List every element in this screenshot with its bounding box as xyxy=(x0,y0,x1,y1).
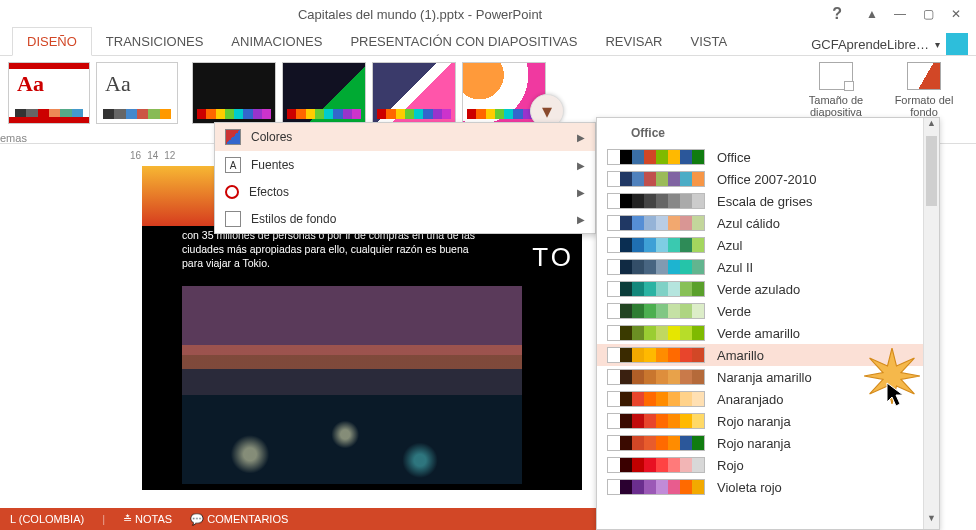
help-icon[interactable]: ? xyxy=(832,5,842,23)
color-swatch xyxy=(607,281,705,297)
color-scheme-label: Rojo xyxy=(717,458,744,473)
color-scheme-label: Anaranjado xyxy=(717,392,784,407)
color-scheme-row[interactable]: Rojo xyxy=(597,454,923,476)
color-scheme-label: Escala de grises xyxy=(717,194,812,209)
chevron-right-icon: ▶ xyxy=(577,160,585,171)
account-name: GCFAprendeLibre… xyxy=(811,37,929,52)
variant-thumb[interactable] xyxy=(192,62,276,124)
menu-fonts[interactable]: A Fuentes ▶ xyxy=(215,151,595,179)
color-swatch xyxy=(607,215,705,231)
color-scheme-label: Verde amarillo xyxy=(717,326,800,341)
chevron-down-icon: ▾ xyxy=(935,39,940,50)
tab-review[interactable]: REVISAR xyxy=(591,28,676,55)
close-icon[interactable]: ✕ xyxy=(944,4,968,24)
color-scheme-row[interactable]: Escala de grises xyxy=(597,190,923,212)
slide-title-cropped: TO xyxy=(532,242,574,273)
slide-body-text: con 35 millones de personas o por ir de … xyxy=(182,228,492,271)
color-scheme-row[interactable]: Office 2007-2010 xyxy=(597,168,923,190)
scrollbar[interactable]: ▲ ▼ xyxy=(923,118,939,529)
color-swatch xyxy=(607,413,705,429)
color-scheme-label: Amarillo xyxy=(717,348,764,363)
color-scheme-label: Office 2007-2010 xyxy=(717,172,817,187)
color-scheme-row[interactable]: Verde azulado xyxy=(597,278,923,300)
color-scheme-row[interactable]: Azul cálido xyxy=(597,212,923,234)
menu-colors-label: Colores xyxy=(251,130,292,144)
color-schemes-panel: Office OfficeOffice 2007-2010Escala de g… xyxy=(596,117,940,530)
scroll-up-icon[interactable]: ▲ xyxy=(924,118,939,134)
window-title: Capitales del mundo (1).pptx - PowerPoin… xyxy=(8,7,832,22)
account-menu[interactable]: GCFAprendeLibre… ▾ xyxy=(811,33,976,55)
chevron-right-icon: ▶ xyxy=(577,187,585,198)
color-scheme-label: Office xyxy=(717,150,751,165)
color-swatch xyxy=(607,259,705,275)
color-scheme-label: Azul xyxy=(717,238,742,253)
chevron-right-icon: ▶ xyxy=(577,214,585,225)
color-scheme-row[interactable]: Azul II xyxy=(597,256,923,278)
minimize-icon[interactable]: — xyxy=(888,4,912,24)
color-scheme-row[interactable]: Verde xyxy=(597,300,923,322)
color-scheme-label: Azul cálido xyxy=(717,216,780,231)
color-scheme-label: Violeta rojo xyxy=(717,480,782,495)
color-swatch xyxy=(607,193,705,209)
variant-thumb[interactable] xyxy=(282,62,366,124)
fonts-icon: A xyxy=(225,157,241,173)
menu-effects[interactable]: Efectos ▶ xyxy=(215,179,595,205)
ruler-tick: 16 xyxy=(130,150,141,161)
color-swatch xyxy=(607,369,705,385)
variants-dropdown: Colores ▶ A Fuentes ▶ Efectos ▶ Estilos … xyxy=(214,122,596,234)
color-swatch xyxy=(607,347,705,363)
effects-icon xyxy=(225,185,239,199)
format-bg-label: Formato del fondo xyxy=(888,94,960,118)
slide-size-button[interactable]: Tamaño de diapositiva xyxy=(800,62,872,118)
tab-transitions[interactable]: TRANSICIONES xyxy=(92,28,218,55)
color-scheme-label: Naranja amarillo xyxy=(717,370,812,385)
colors-icon xyxy=(225,129,241,145)
themes-gallery[interactable]: Aa Aa xyxy=(8,62,178,124)
menu-effects-label: Efectos xyxy=(249,185,289,199)
status-notes[interactable]: ≛ NOTAS xyxy=(123,513,172,526)
color-swatch xyxy=(607,303,705,319)
chevron-right-icon: ▶ xyxy=(577,132,585,143)
variants-gallery[interactable]: ▾ xyxy=(192,62,546,124)
ribbon-collapse-icon[interactable]: ▲ xyxy=(860,4,884,24)
color-swatch xyxy=(607,457,705,473)
color-scheme-label: Verde azulado xyxy=(717,282,800,297)
color-swatch xyxy=(607,435,705,451)
theme-thumb[interactable]: Aa xyxy=(8,62,90,124)
color-scheme-label: Rojo naranja xyxy=(717,436,791,451)
color-scheme-label: Verde xyxy=(717,304,751,319)
cursor-icon xyxy=(886,382,906,411)
menu-colors[interactable]: Colores ▶ xyxy=(215,123,595,151)
bg-styles-icon xyxy=(225,211,241,227)
color-scheme-label: Rojo naranja xyxy=(717,414,791,429)
tab-design[interactable]: DISEÑO xyxy=(12,27,92,56)
menu-bg-styles[interactable]: Estilos de fondo ▶ xyxy=(215,205,595,233)
status-locale: L (COLOMBIA) xyxy=(10,513,84,525)
scroll-down-icon[interactable]: ▼ xyxy=(924,513,939,529)
variant-thumb[interactable] xyxy=(372,62,456,124)
color-scheme-label: Azul II xyxy=(717,260,753,275)
color-scheme-row[interactable]: Verde amarillo xyxy=(597,322,923,344)
color-scheme-row[interactable]: Office xyxy=(597,146,923,168)
color-scheme-row[interactable]: Violeta rojo xyxy=(597,476,923,498)
slide-size-icon xyxy=(819,62,853,90)
theme-thumb[interactable]: Aa xyxy=(96,62,178,124)
slide-size-label: Tamaño de diapositiva xyxy=(800,94,872,118)
tab-animations[interactable]: ANIMACIONES xyxy=(217,28,336,55)
color-scheme-row[interactable]: Azul xyxy=(597,234,923,256)
status-bar: L (COLOMBIA) | ≛ NOTAS 💬 COMENTARIOS xyxy=(0,508,596,530)
color-scheme-row[interactable]: Rojo naranja xyxy=(597,432,923,454)
ruler-tick: 12 xyxy=(164,150,175,161)
tab-view[interactable]: VISTA xyxy=(677,28,742,55)
tab-slideshow[interactable]: PRESENTACIÓN CON DIAPOSITIVAS xyxy=(336,28,591,55)
menu-fonts-label: Fuentes xyxy=(251,158,294,172)
status-comments[interactable]: 💬 COMENTARIOS xyxy=(190,513,288,526)
format-background-button[interactable]: Formato del fondo xyxy=(888,62,960,118)
color-swatch xyxy=(607,171,705,187)
slide-size-group: Tamaño de diapositiva Formato del fondo xyxy=(800,62,968,118)
restore-icon[interactable]: ▢ xyxy=(916,4,940,24)
color-scheme-row[interactable]: Rojo naranja xyxy=(597,410,923,432)
scroll-thumb[interactable] xyxy=(926,136,937,206)
ruler-tick: 14 xyxy=(147,150,158,161)
color-swatch xyxy=(607,325,705,341)
